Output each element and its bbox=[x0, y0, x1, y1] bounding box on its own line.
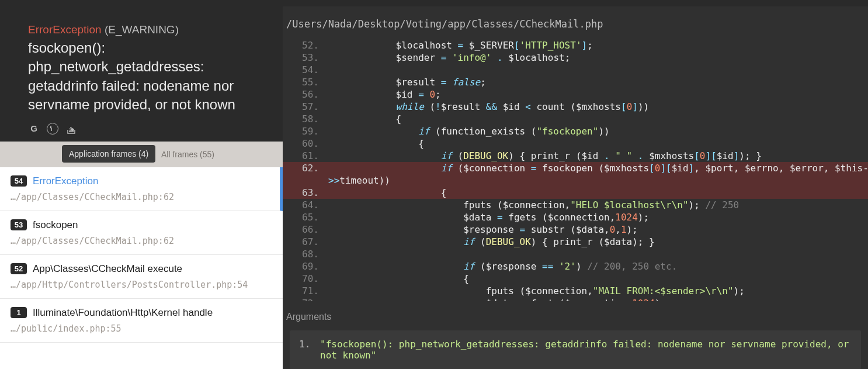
argument-value: "fsockopen(): php_network_getaddresses: … bbox=[320, 339, 852, 361]
code-line: 52. $localhost = $_SERVER['HTTP_HOST']; bbox=[283, 39, 868, 51]
code-line: 62. if ($connection = fsockopen ($mxhost… bbox=[283, 162, 868, 174]
frame-title: fsockopen bbox=[33, 219, 78, 231]
argument-item: 1."fsockopen(): php_network_getaddresses… bbox=[290, 330, 861, 369]
code-line: 72. $data = fgets($connection,1024); bbox=[283, 297, 868, 301]
frame-number: 53 bbox=[11, 219, 27, 230]
code-line: 68. bbox=[283, 248, 868, 260]
code-line: 56. $id = 0; bbox=[283, 88, 868, 101]
code-line: 67. if (DEBUG_OK) { print_r ($data); } bbox=[283, 236, 868, 248]
exception-level: (E_WARNING) bbox=[105, 23, 179, 36]
arguments-list: 1."fsockopen(): php_network_getaddresses… bbox=[283, 327, 868, 369]
code-line: 55. $result = false; bbox=[283, 76, 868, 88]
google-icon[interactable]: G bbox=[28, 123, 40, 135]
frame-title: Illuminate\Foundation\Http\Kernel handle bbox=[33, 307, 213, 319]
frame-number: 54 bbox=[11, 175, 27, 187]
left-panel: ErrorException (E_WARNING) fsockopen(): … bbox=[0, 0, 283, 369]
frame-title: App\Classes\CCheckMail execute bbox=[33, 263, 182, 275]
frames-list: 54ErrorException…/app/Classes/CCheckMail… bbox=[0, 167, 283, 369]
code-line: 70. { bbox=[283, 273, 868, 285]
frame-path: …/app/Http/Controllers/PostsController.p… bbox=[11, 280, 272, 290]
code-line: 59. if (function_exists ("fsockopen")) bbox=[283, 125, 868, 137]
frames-tabs: Application frames (4) All frames (55) bbox=[0, 142, 283, 167]
right-panel: /Users/Nada/Desktop/Voting/app/Classes/C… bbox=[283, 0, 868, 369]
code-line: 71. fputs ($connection,"MAIL FROM:<$send… bbox=[283, 285, 868, 297]
code-line-wrap: >>timeout)) bbox=[283, 174, 868, 187]
frame-path: …/public/index.php:55 bbox=[11, 323, 272, 334]
error-header: ErrorException (E_WARNING) fsockopen(): … bbox=[0, 7, 283, 142]
frame-path: …/app/Classes/CCheckMail.php:62 bbox=[11, 236, 272, 246]
error-type-line: ErrorException (E_WARNING) bbox=[28, 23, 255, 36]
stack-frame[interactable]: 54ErrorException…/app/Classes/CCheckMail… bbox=[0, 167, 283, 211]
code-line: 69. if ($response == '2') // 200, 250 et… bbox=[283, 260, 868, 273]
code-line: 65. $data = fgets ($connection,1024); bbox=[283, 211, 868, 223]
whoops-error-page: ErrorException (E_WARNING) fsockopen(): … bbox=[0, 0, 868, 369]
code-line: 54. bbox=[283, 64, 868, 76]
arguments-label: Arguments bbox=[283, 301, 868, 327]
stack-frame[interactable]: 53fsockopen…/app/Classes/CCheckMail.php:… bbox=[0, 211, 283, 255]
code-line: 60. { bbox=[283, 137, 868, 150]
frame-title: ErrorException bbox=[33, 175, 98, 187]
duckduckgo-icon[interactable] bbox=[47, 123, 58, 135]
frame-number: 52 bbox=[11, 263, 27, 274]
code-line: 66. $response = substr ($data,0,1); bbox=[283, 223, 868, 236]
code-line: 58. { bbox=[283, 113, 868, 125]
search-icons-row: G bbox=[28, 123, 255, 135]
tab-application-frames[interactable]: Application frames (4) bbox=[62, 145, 155, 163]
code-view: 52. $localhost = $_SERVER['HTTP_HOST'];5… bbox=[283, 39, 868, 301]
stack-frame[interactable]: 1Illuminate\Foundation\Http\Kernel handl… bbox=[0, 299, 283, 343]
exception-message: fsockopen(): php_network_getaddresses: g… bbox=[28, 39, 255, 115]
frame-path: …/app/Classes/CCheckMail.php:62 bbox=[11, 192, 269, 202]
code-line: 61. if (DEBUG_OK) { print_r ($id . " " .… bbox=[283, 150, 868, 162]
code-line: 53. $sender = 'info@' . $localhost; bbox=[283, 51, 868, 64]
code-line: 57. while (!$result && $id < count ($mxh… bbox=[283, 101, 868, 113]
source-file-path: /Users/Nada/Desktop/Voting/app/Classes/C… bbox=[283, 6, 868, 39]
stack-frame[interactable]: 52App\Classes\CCheckMail execute…/app/Ht… bbox=[0, 255, 283, 299]
argument-index: 1. bbox=[299, 339, 320, 361]
stackoverflow-icon[interactable] bbox=[65, 123, 77, 135]
tab-all-frames[interactable]: All frames (55) bbox=[161, 150, 214, 159]
frame-number: 1 bbox=[11, 307, 27, 318]
code-line: 64. fputs ($connection,"HELO $localhost\… bbox=[283, 199, 868, 211]
code-line: 63. { bbox=[283, 187, 868, 199]
exception-type: ErrorException bbox=[28, 23, 102, 36]
